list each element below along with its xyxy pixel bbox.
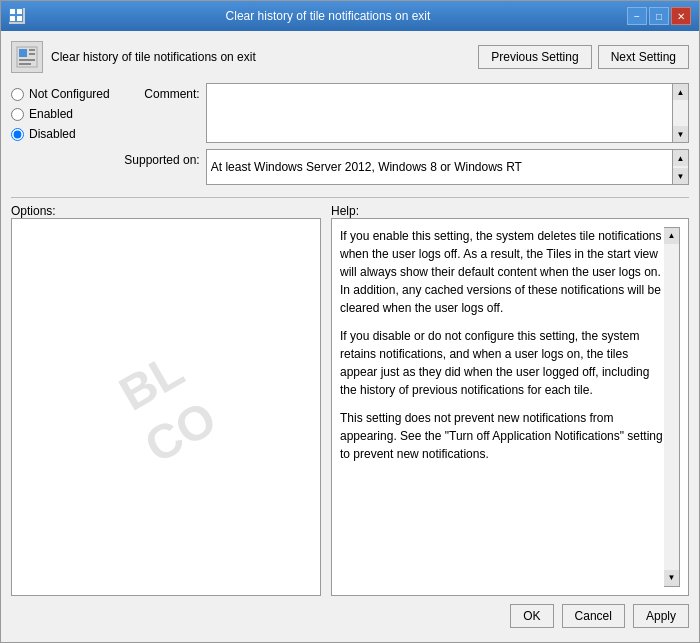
- disabled-radio[interactable]: [11, 128, 24, 141]
- footer: OK Cancel Apply: [11, 596, 689, 632]
- minimize-button[interactable]: −: [627, 7, 647, 25]
- next-setting-button[interactable]: Next Setting: [598, 45, 689, 69]
- options-panel: BLCO: [11, 218, 321, 596]
- not-configured-radio[interactable]: [11, 88, 24, 101]
- close-button[interactable]: ✕: [671, 7, 691, 25]
- watermark: BLCO: [106, 339, 226, 475]
- svg-rect-8: [29, 53, 35, 55]
- svg-rect-3: [10, 16, 15, 21]
- supported-scroll-up[interactable]: ▲: [673, 150, 688, 166]
- window-controls: − □ ✕: [627, 7, 691, 25]
- ok-button[interactable]: OK: [510, 604, 553, 628]
- help-scroll-up[interactable]: ▲: [664, 228, 679, 244]
- divider: [11, 197, 689, 198]
- supported-on-value: At least Windows Server 2012, Windows 8 …: [206, 149, 673, 185]
- cancel-button[interactable]: Cancel: [562, 604, 625, 628]
- nav-buttons: Previous Setting Next Setting: [478, 45, 689, 69]
- supported-scroll-down[interactable]: ▼: [673, 168, 688, 184]
- dialog-header-title: Clear history of tile notifications on e…: [51, 50, 478, 64]
- svg-rect-2: [17, 9, 22, 14]
- not-configured-option[interactable]: Not Configured: [11, 87, 110, 101]
- svg-rect-9: [19, 59, 35, 61]
- options-section-label: Options:: [11, 204, 321, 218]
- help-paragraph-3: This setting does not prevent new notifi…: [340, 409, 664, 463]
- policy-icon: [11, 41, 43, 73]
- radio-group: Not Configured Enabled Disabled: [11, 83, 110, 141]
- main-window: Clear history of tile notifications on e…: [0, 0, 700, 643]
- section-labels: Options: Help:: [11, 204, 689, 218]
- svg-rect-4: [17, 16, 22, 21]
- previous-setting-button[interactable]: Previous Setting: [478, 45, 591, 69]
- right-panel: Comment: ▲ ▼ Supported on: At least: [120, 83, 689, 185]
- help-section-label: Help:: [331, 204, 689, 218]
- enabled-radio[interactable]: [11, 108, 24, 121]
- enabled-label: Enabled: [29, 107, 73, 121]
- help-text: If you enable this setting, the system d…: [340, 227, 664, 587]
- window-icon: [9, 8, 25, 24]
- radio-panel: Not Configured Enabled Disabled: [11, 83, 110, 185]
- dialog-content: Clear history of tile notifications on e…: [1, 31, 699, 642]
- svg-rect-6: [19, 49, 27, 57]
- comment-scroll-up[interactable]: ▲: [673, 84, 688, 100]
- title-bar: Clear history of tile notifications on e…: [1, 1, 699, 31]
- supported-scrollbar: ▲ ▼: [673, 149, 689, 185]
- disabled-option[interactable]: Disabled: [11, 127, 110, 141]
- svg-rect-7: [29, 49, 35, 51]
- comment-textarea[interactable]: [206, 83, 673, 143]
- help-scroll-down[interactable]: ▼: [664, 570, 679, 586]
- svg-rect-10: [19, 63, 31, 65]
- comment-scroll-down[interactable]: ▼: [673, 126, 688, 142]
- help-panel: If you enable this setting, the system d…: [331, 218, 689, 596]
- header-row: Clear history of tile notifications on e…: [11, 41, 689, 73]
- help-paragraph-2: If you disable or do not configure this …: [340, 327, 664, 399]
- comment-field-row: Comment: ▲ ▼: [120, 83, 689, 143]
- disabled-label: Disabled: [29, 127, 76, 141]
- title-text: Clear history of tile notifications on e…: [29, 9, 627, 23]
- supported-on-label: Supported on:: [120, 149, 200, 167]
- svg-rect-1: [10, 9, 15, 14]
- comment-scrollbar: ▲ ▼: [673, 83, 689, 143]
- comment-area-wrapper: ▲ ▼: [206, 83, 689, 143]
- maximize-button[interactable]: □: [649, 7, 669, 25]
- config-area: Not Configured Enabled Disabled Comm: [11, 83, 689, 185]
- supported-field-row: Supported on: At least Windows Server 20…: [120, 149, 689, 185]
- apply-button[interactable]: Apply: [633, 604, 689, 628]
- bottom-panels: BLCO If you enable this setting, the sys…: [11, 218, 689, 596]
- enabled-option[interactable]: Enabled: [11, 107, 110, 121]
- comment-label: Comment:: [120, 83, 200, 101]
- supported-area-wrapper: At least Windows Server 2012, Windows 8 …: [206, 149, 689, 185]
- not-configured-label: Not Configured: [29, 87, 110, 101]
- help-scrollbar: ▲ ▼: [664, 227, 680, 587]
- help-paragraph-1: If you enable this setting, the system d…: [340, 227, 664, 317]
